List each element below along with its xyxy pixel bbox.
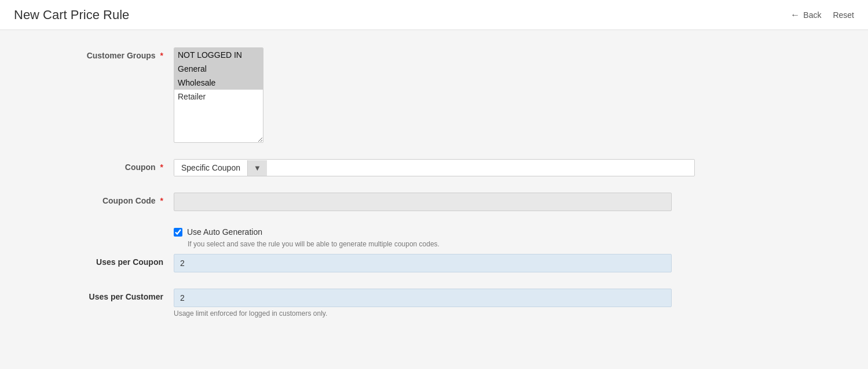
customer-groups-field: NOT LOGGED IN General Wholesale Retailer [174, 47, 695, 143]
coupon-code-input[interactable] [174, 193, 672, 211]
uses-per-coupon-field [174, 254, 695, 272]
coupon-row: Coupon * Specific Coupon ▼ [0, 159, 868, 176]
reset-button[interactable]: Reset [833, 10, 854, 20]
coupon-code-row: Coupon Code * [0, 193, 868, 211]
uses-per-coupon-input[interactable] [174, 254, 672, 272]
auto-generation-checkbox[interactable] [174, 228, 182, 237]
required-indicator: * [160, 51, 163, 60]
uses-per-coupon-label: Uses per Coupon [23, 254, 174, 267]
required-indicator: * [160, 196, 163, 205]
back-label: Back [803, 10, 821, 20]
coupon-label: Coupon * [23, 159, 174, 172]
uses-per-customer-input[interactable] [174, 289, 672, 307]
reset-label: Reset [833, 10, 854, 20]
auto-generation-label[interactable]: Use Auto Generation [174, 227, 440, 237]
page-title: New Cart Price Rule [14, 8, 129, 23]
uses-per-customer-label: Uses per Customer [23, 289, 174, 301]
page-header: New Cart Price Rule ← Back Reset [0, 0, 868, 30]
coupon-selected-value: Specific Coupon [174, 160, 247, 176]
auto-generation-text: Use Auto Generation [187, 227, 262, 237]
header-actions: ← Back Reset [790, 10, 854, 20]
auto-generation-content: Use Auto Generation If you select and sa… [174, 227, 440, 248]
uses-per-customer-hint: Usage limit enforced for logged in custo… [174, 309, 695, 318]
coupon-field: Specific Coupon ▼ [174, 159, 695, 176]
uses-per-customer-field: Usage limit enforced for logged in custo… [174, 289, 695, 318]
uses-per-coupon-row: Uses per Coupon [0, 254, 868, 272]
coupon-select-display[interactable]: Specific Coupon ▼ [174, 159, 695, 176]
uses-per-customer-row: Uses per Customer Usage limit enforced f… [0, 289, 868, 318]
coupon-code-label: Coupon Code * [23, 193, 174, 205]
coupon-dropdown-button[interactable]: ▼ [247, 160, 267, 176]
required-indicator: * [160, 163, 163, 172]
auto-generation-hint: If you select and save the rule you will… [188, 240, 440, 248]
back-arrow-icon: ← [790, 10, 800, 20]
auto-generation-row: Use Auto Generation If you select and sa… [0, 227, 868, 248]
main-content: Customer Groups * NOT LOGGED IN General … [0, 30, 868, 369]
customer-groups-label: Customer Groups * [23, 47, 174, 60]
chevron-down-icon: ▼ [254, 164, 261, 172]
customer-groups-select[interactable]: NOT LOGGED IN General Wholesale Retailer [174, 47, 263, 143]
back-button[interactable]: ← Back [790, 10, 821, 20]
customer-groups-row: Customer Groups * NOT LOGGED IN General … [0, 47, 868, 143]
coupon-code-field [174, 193, 695, 211]
